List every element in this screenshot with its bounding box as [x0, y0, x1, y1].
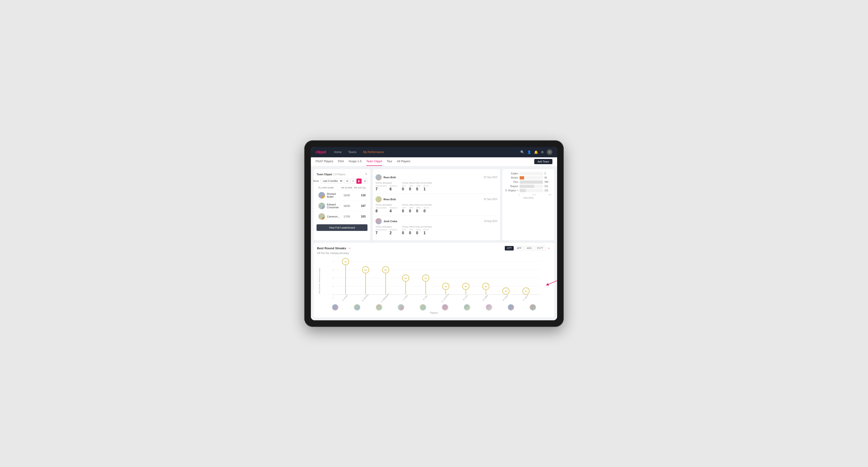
svg-text:B. McHarg: B. McHarg: [361, 294, 369, 302]
settings-icon[interactable]: ⚙: [541, 150, 544, 154]
rank-badge: 2: [322, 206, 325, 209]
tab-tour[interactable]: Tour: [387, 157, 392, 166]
stats-row-1: Rees Britt 02 Sep 2023 Total Rounds Tour…: [375, 172, 497, 194]
svg-text:4x: 4x: [465, 285, 467, 288]
stats-player-name-3: Josh Coles: [383, 220, 482, 223]
bar-fill-birdies: [520, 176, 524, 180]
col-avg: PB AVG SQ: [354, 187, 366, 189]
app-2: 0: [409, 209, 413, 213]
bar-row-pars: Pars 499: [505, 181, 552, 184]
tournament-rounds-2: 8: [375, 209, 387, 213]
stats-row-3: Josh Coles 26 Aug 2023 Total Rounds Tour…: [375, 216, 497, 238]
top-section: Team Clippd | 14 Players ✎ Show Last 3 m…: [314, 169, 554, 240]
add-team-button[interactable]: Add Team: [534, 159, 552, 164]
player-name: Cameron...: [327, 215, 340, 218]
tab-all-players[interactable]: All Players: [397, 157, 410, 166]
bar-value-pars: 499: [545, 181, 552, 183]
svg-text:C. Quick: C. Quick: [522, 294, 529, 301]
nav-teams[interactable]: Teams: [347, 151, 357, 154]
putt-1: 1: [424, 187, 429, 191]
streak-avatar-quick: [530, 304, 536, 311]
tab-team-clippd[interactable]: Team Clippd: [366, 157, 382, 166]
table-row[interactable]: 2 Edward Crossman 18/20 107: [316, 201, 368, 211]
view-full-leaderboard-button[interactable]: View Full Leaderboard: [316, 224, 368, 231]
tab-hcaps[interactable]: Hcaps 1-5: [349, 157, 362, 166]
axis-tick-400: 400: [549, 194, 552, 196]
bar-row-bogeys: Bogeys 311: [505, 185, 552, 188]
svg-text:E. Crossman: E. Crossman: [441, 293, 450, 302]
stats-row-2: Rees Britt 02 Sep 2023 Total Rounds Tour…: [375, 194, 497, 216]
filter-ott[interactable]: OTT: [505, 246, 514, 250]
player-avg: 103: [354, 215, 366, 218]
filter-putt[interactable]: PUTT: [535, 246, 545, 250]
bell-icon[interactable]: 🔔: [534, 150, 538, 154]
avatar[interactable]: U: [547, 149, 552, 155]
filter-app[interactable]: APP: [515, 246, 524, 250]
period-select[interactable]: Last 3 months: [320, 179, 343, 183]
table-row[interactable]: 1 Richard Butler 19/20 110: [316, 190, 368, 201]
svg-text:M. Miller: M. Miller: [483, 294, 489, 301]
svg-text:5x: 5x: [404, 277, 407, 280]
tablet-screen: clippd Home Teams My Performance 🔍 👤 🔔 ⚙…: [311, 147, 557, 320]
svg-text:7: 7: [333, 260, 334, 263]
practice-rounds-2: 4: [390, 209, 398, 213]
avatar-richard: 1: [318, 192, 325, 198]
bar-fill-bogeys: [520, 185, 534, 188]
svg-text:J. Coles: J. Coles: [402, 294, 408, 301]
streak-avatar-britt: [420, 304, 426, 311]
svg-text:B. Ford: B. Ford: [463, 294, 468, 301]
streak-avatar-mcharg: [354, 304, 361, 311]
bar-axis-label: Total Shots: [505, 197, 552, 199]
main-content: Team Clippd | 14 Players ✎ Show Last 3 m…: [311, 166, 557, 320]
list-view-icon[interactable]: ≡: [350, 179, 356, 184]
practice-rounds-3: 2: [390, 231, 398, 235]
tab-pgat-players[interactable]: PGAT Players: [316, 157, 333, 166]
player-pb: 17/20: [340, 215, 354, 218]
streak-avatar-ewart: [332, 304, 338, 311]
player-pb: 19/20: [340, 194, 354, 197]
svg-text:E. Ewart: E. Ewart: [342, 294, 348, 301]
nav-bar: clippd Home Teams My Performance 🔍 👤 🔔 ⚙…: [311, 147, 557, 157]
arrow-right-indicator: ←: [547, 246, 551, 250]
card-view-icon[interactable]: ◧: [356, 179, 362, 184]
col-player-name: PLAYER NAME: [318, 187, 340, 189]
arg-1: 0: [416, 187, 421, 191]
svg-text:0: 0: [333, 297, 334, 299]
grid-view-icon[interactable]: ⊞: [345, 179, 350, 184]
bottom-header: Best Round Streaks ← OTT APP ARG PUTT ←: [317, 246, 551, 250]
bar-track-bogeys: [520, 185, 543, 188]
filter-arg[interactable]: ARG: [525, 246, 534, 250]
player-count: | 14 Players: [333, 173, 346, 176]
svg-text:5: 5: [333, 277, 334, 279]
streak-avatar-crossman: [442, 304, 448, 311]
stats-panel: Rees Britt 02 Sep 2023 Total Rounds Tour…: [373, 169, 500, 240]
players-label: Players: [317, 312, 551, 314]
nav-icons: 🔍 👤 🔔 ⚙ U: [520, 149, 552, 155]
tablet-frame: clippd Home Teams My Performance 🔍 👤 🔔 ⚙…: [304, 140, 564, 327]
svg-text:3x: 3x: [505, 290, 507, 292]
tab-pga[interactable]: PGA: [338, 157, 344, 166]
svg-text:5x: 5x: [425, 277, 427, 280]
putt-2: 0: [424, 209, 429, 213]
streak-avatar-butler: [507, 304, 514, 311]
chart-subtitle: Off The Tee, Fairway Accuracy: [317, 252, 551, 254]
bar-row-dbogeys: D. Bogeys + 131: [505, 189, 552, 192]
svg-text:4: 4: [333, 285, 334, 287]
table-row[interactable]: 3 Cameron... 17/20 103: [316, 211, 368, 222]
bar-fill-dbogeys: [520, 189, 526, 192]
app-1: 0: [409, 187, 413, 191]
nav-my-performance[interactable]: My Performance: [362, 151, 385, 154]
practice-rounds-1: 6: [390, 187, 398, 191]
table-view-icon[interactable]: ⊟: [362, 179, 368, 184]
player-name: Edward Crossman: [327, 203, 340, 209]
axis-tick-0: 0: [519, 194, 520, 196]
user-icon[interactable]: 👤: [527, 150, 531, 154]
edit-icon[interactable]: ✎: [365, 173, 368, 176]
bar-chart-panel: Eagles 3 Birdies 96: [502, 169, 554, 240]
bottom-wrapper: Best Round Streaks ← OTT APP ARG PUTT ← …: [314, 243, 554, 317]
team-title: Team Clippd: [316, 173, 332, 176]
streak-chart-container: Best Streak, Fairway Accuracy 7 6: [317, 257, 551, 314]
rank-badge: 3: [322, 217, 325, 220]
nav-home[interactable]: Home: [333, 151, 342, 154]
search-icon[interactable]: 🔍: [520, 150, 524, 154]
